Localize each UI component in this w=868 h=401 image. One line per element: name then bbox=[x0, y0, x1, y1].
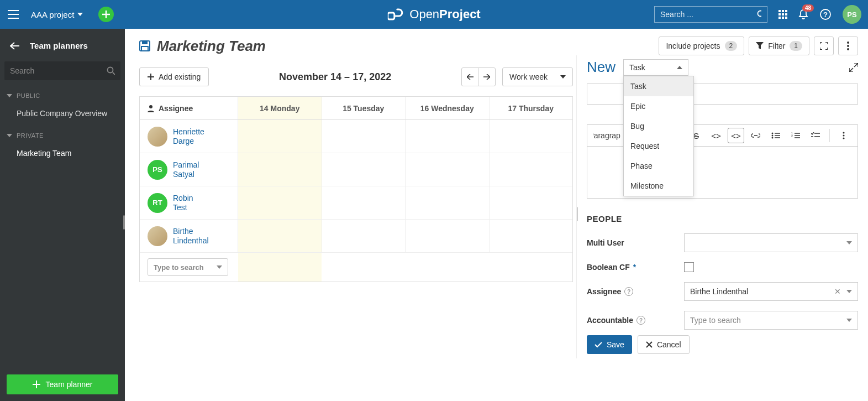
cancel-button[interactable]: Cancel bbox=[638, 335, 690, 354]
numbered-list-button[interactable]: 12 bbox=[787, 128, 804, 143]
new-team-planner-button[interactable]: Team planner bbox=[7, 374, 118, 394]
assignee-name: RobinTest bbox=[173, 194, 193, 212]
add-assignee-search[interactable]: Type to search bbox=[148, 258, 228, 276]
assignee-cell[interactable]: RTRobinTest bbox=[140, 186, 238, 219]
assignee-label: Assignee ? bbox=[587, 287, 684, 296]
svg-rect-3 bbox=[782, 10, 784, 12]
page-title: Marketing Team bbox=[157, 38, 266, 55]
add-existing-button[interactable]: Add existing bbox=[139, 67, 209, 86]
sidebar-group-public[interactable]: PUBLIC bbox=[0, 88, 125, 103]
planner-cell[interactable] bbox=[490, 153, 573, 186]
user-avatar[interactable]: PS bbox=[843, 5, 861, 24]
sidebar-group-private[interactable]: PRIVATE bbox=[0, 128, 125, 143]
caret-down-icon bbox=[846, 319, 852, 322]
planner-cell[interactable] bbox=[238, 253, 322, 282]
global-search-input[interactable] bbox=[660, 10, 757, 19]
paragraph-style-select[interactable]: Paragraph bbox=[593, 128, 620, 143]
help-icon[interactable]: ? bbox=[636, 316, 645, 325]
planner-cell[interactable] bbox=[322, 120, 406, 153]
sidebar-search[interactable] bbox=[4, 61, 120, 80]
filter-count: 1 bbox=[790, 41, 802, 51]
planner-cell[interactable] bbox=[238, 153, 322, 186]
assignee-cell[interactable]: PSParimalSatyal bbox=[140, 153, 238, 186]
assignee-row: PSParimalSatyal bbox=[140, 153, 572, 186]
view-mode-select[interactable]: Work week bbox=[502, 67, 573, 86]
planner-cell[interactable] bbox=[322, 220, 406, 252]
link-icon bbox=[751, 133, 760, 138]
work-package-type-select[interactable]: Task TaskEpicBugRequestPhaseMilestone bbox=[623, 59, 688, 76]
clear-assignee-button[interactable]: ✕ bbox=[834, 287, 841, 296]
bullet-list-button[interactable] bbox=[767, 128, 784, 143]
help-icon[interactable]: ? bbox=[624, 287, 633, 296]
type-option[interactable]: Request bbox=[624, 136, 693, 156]
type-option[interactable]: Bug bbox=[624, 116, 693, 136]
planner-cell[interactable] bbox=[406, 120, 490, 153]
svg-text:?: ? bbox=[823, 11, 828, 19]
save-icon[interactable] bbox=[139, 40, 150, 51]
help-button[interactable]: ? bbox=[819, 8, 832, 20]
sidebar-search-input[interactable] bbox=[10, 66, 107, 75]
link-button[interactable] bbox=[748, 128, 764, 143]
planner-cell[interactable] bbox=[490, 120, 573, 153]
toolbar-more-button[interactable] bbox=[835, 128, 852, 143]
sidebar-item-marketing-team[interactable]: Marketing Team bbox=[0, 143, 125, 163]
planner-cell[interactable] bbox=[238, 220, 322, 252]
include-projects-button[interactable]: Include projects 2 bbox=[659, 37, 744, 55]
global-search[interactable] bbox=[654, 6, 767, 23]
planner-cell[interactable] bbox=[490, 220, 573, 252]
type-option[interactable]: Milestone bbox=[624, 176, 693, 196]
planner-cell[interactable] bbox=[322, 253, 405, 282]
filter-icon bbox=[756, 42, 764, 50]
help-icon: ? bbox=[819, 8, 832, 20]
plus-icon bbox=[148, 74, 154, 80]
task-list-button[interactable] bbox=[807, 128, 824, 143]
planner-cell[interactable] bbox=[406, 253, 489, 282]
more-menu-button[interactable] bbox=[838, 37, 858, 55]
person-icon bbox=[148, 105, 154, 112]
type-option[interactable]: Task bbox=[624, 76, 693, 96]
global-add-button[interactable] bbox=[98, 7, 114, 22]
code-button[interactable]: <> bbox=[708, 128, 724, 143]
notifications-button[interactable]: 48 bbox=[798, 9, 808, 20]
assignee-select[interactable]: Birthe Lindenthal ✕ bbox=[684, 282, 858, 301]
boolean-cf-label: Boolean CF * bbox=[587, 263, 684, 272]
assignee-cell[interactable]: BirtheLindenthal bbox=[140, 220, 238, 252]
project-selector[interactable]: AAA project bbox=[31, 10, 83, 19]
filter-button[interactable]: Filter 1 bbox=[749, 37, 809, 55]
planner-cell[interactable] bbox=[238, 186, 322, 219]
avatar bbox=[148, 226, 167, 246]
modules-button[interactable] bbox=[778, 10, 787, 19]
check-icon bbox=[595, 342, 602, 348]
planner-cell[interactable] bbox=[406, 186, 490, 219]
planner-cell[interactable] bbox=[406, 153, 490, 186]
arrow-left-icon bbox=[10, 42, 20, 50]
type-option[interactable]: Epic bbox=[624, 96, 693, 116]
assignee-cell[interactable]: HenrietteDarge bbox=[140, 120, 238, 153]
planner-cell[interactable] bbox=[406, 220, 490, 252]
fullscreen-button[interactable] bbox=[814, 37, 834, 55]
type-option[interactable]: Phase bbox=[624, 156, 693, 176]
arrow-left-icon bbox=[467, 74, 474, 80]
accountable-select[interactable]: Type to search bbox=[684, 311, 858, 330]
multi-user-select[interactable] bbox=[684, 233, 858, 252]
planner-cell[interactable] bbox=[489, 253, 572, 282]
planner-cell[interactable] bbox=[322, 153, 406, 186]
save-button[interactable]: Save bbox=[587, 335, 632, 354]
brand-logo: OpenProject bbox=[387, 7, 480, 22]
menu-toggle[interactable] bbox=[7, 10, 20, 19]
expand-panel-button[interactable] bbox=[849, 63, 858, 72]
svg-rect-4 bbox=[785, 10, 787, 12]
planner-cell[interactable] bbox=[490, 186, 573, 219]
boolean-cf-checkbox[interactable] bbox=[684, 262, 694, 272]
next-week-button[interactable] bbox=[478, 68, 495, 86]
code-block-button[interactable]: <> bbox=[728, 128, 744, 143]
openproject-icon bbox=[387, 7, 404, 22]
planner-cell[interactable] bbox=[322, 186, 406, 219]
kebab-icon bbox=[847, 41, 849, 50]
svg-rect-6 bbox=[782, 13, 784, 15]
panel-heading: New bbox=[587, 59, 616, 76]
prev-week-button[interactable] bbox=[462, 68, 478, 86]
planner-cell[interactable] bbox=[238, 120, 322, 153]
sidebar-item-public-company-overview[interactable]: Public Company Overview bbox=[0, 103, 125, 123]
back-button[interactable]: Team planners bbox=[0, 37, 125, 59]
